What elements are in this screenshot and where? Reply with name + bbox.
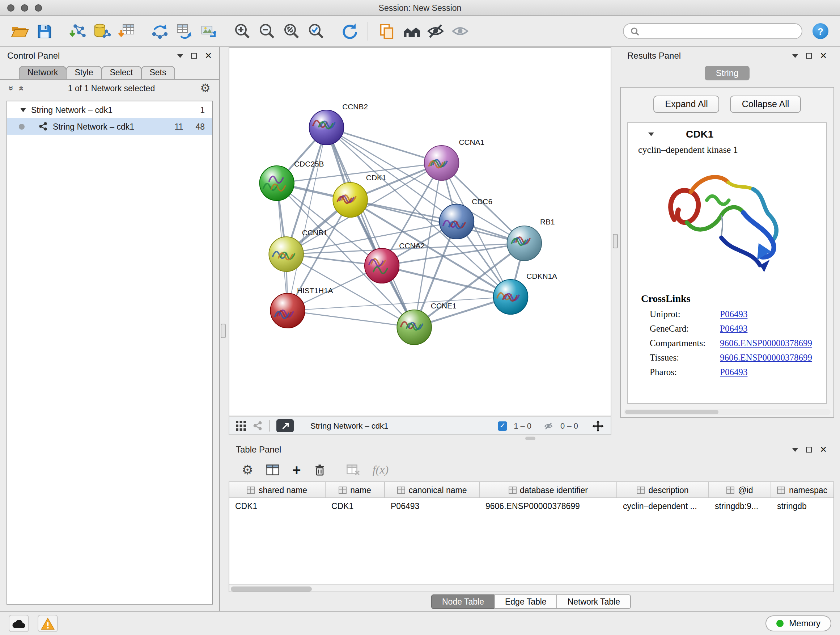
network-node-hist1h1a[interactable]	[270, 293, 305, 328]
network-edge[interactable]	[287, 127, 326, 310]
node-label-ccnb2: CCNB2	[342, 103, 368, 111]
column-header[interactable]: description	[617, 482, 709, 497]
genecard-link[interactable]: P06493	[720, 323, 747, 334]
zoom-in-button[interactable]	[232, 20, 253, 42]
gear-icon[interactable]: ⚙	[200, 82, 210, 94]
memory-status-dot	[776, 620, 783, 627]
zoom-selected-button[interactable]	[305, 20, 327, 42]
panel-menu-icon[interactable]	[792, 54, 798, 57]
control-panel-title: Control Panel	[7, 51, 60, 61]
splitter-handle-right[interactable]	[613, 234, 618, 249]
selected-checkbox-icon[interactable]: ✓	[498, 421, 507, 431]
zoom-out-button[interactable]	[256, 20, 278, 42]
results-panel-title: Results Panel	[627, 51, 681, 61]
memory-button[interactable]: Memory	[765, 616, 831, 631]
expand-all-button[interactable]: Expand All	[654, 96, 720, 113]
column-header[interactable]: namespac	[771, 482, 834, 497]
hide-selected-button[interactable]	[425, 20, 447, 42]
tab-select[interactable]: Select	[101, 66, 142, 79]
column-header[interactable]: shared name	[229, 482, 325, 497]
table-settings-gear-icon[interactable]: ⚙	[242, 463, 253, 477]
close-window-button[interactable]	[7, 4, 14, 11]
save-session-icon	[35, 22, 53, 40]
column-header[interactable]: @id	[709, 482, 771, 497]
import-network-file-button[interactable]	[66, 20, 88, 42]
pharos-link[interactable]: P06493	[720, 367, 747, 378]
gene-name: CDK1	[686, 128, 714, 140]
delete-column-trash-icon[interactable]	[313, 463, 326, 477]
panel-menu-icon[interactable]	[177, 54, 183, 57]
add-column-button[interactable]: +	[292, 463, 301, 477]
node-label-ccna1: CCNA1	[459, 138, 485, 146]
collapse-all-button[interactable]: Collapse All	[730, 96, 801, 113]
string-results-box: Expand All Collapse All CDK1 cyclin–depe…	[620, 87, 834, 418]
tab-node-table[interactable]: Node Table	[431, 594, 495, 609]
collapse-all-icon[interactable]: »	[7, 86, 16, 90]
warning-button[interactable]	[38, 615, 58, 632]
birdseye-grid-icon[interactable]	[236, 421, 246, 431]
help-button[interactable]: ?	[813, 23, 829, 39]
export-image-button[interactable]	[198, 20, 220, 42]
splitter-handle-left[interactable]	[221, 324, 226, 338]
network-collection-row[interactable]: String Network – cdk1 1	[7, 101, 212, 118]
houses-button[interactable]	[400, 20, 422, 42]
network-table-button[interactable]	[174, 20, 195, 42]
share-network-icon[interactable]	[253, 421, 263, 431]
control-panel-tabs: Network Style Select Sets	[0, 65, 219, 80]
close-panel-icon[interactable]: ✕	[820, 51, 827, 60]
float-panel-icon[interactable]	[806, 447, 812, 453]
network-row[interactable]: String Network – cdk1 11 48	[7, 118, 212, 135]
delete-table-icon[interactable]	[346, 463, 360, 477]
save-session-button[interactable]	[33, 20, 55, 42]
network-canvas[interactable]: CCNB2CCNA1CDC25BCDK1CDC6RB1CCNB1CCNA2CDK…	[229, 48, 611, 416]
close-panel-icon[interactable]: ✕	[205, 51, 212, 60]
column-header[interactable]: canonical name	[385, 482, 480, 497]
string-tab-badge[interactable]: String	[705, 66, 750, 80]
tab-network[interactable]: Network	[19, 66, 66, 79]
refresh-button[interactable]	[339, 20, 360, 42]
close-panel-icon[interactable]: ✕	[820, 445, 827, 454]
column-header[interactable]: name	[325, 482, 385, 497]
protein-structure-image	[628, 160, 826, 290]
uniprot-link[interactable]: P06493	[720, 309, 747, 320]
zoom-window-button[interactable]	[35, 4, 42, 11]
copy-document-button[interactable]	[376, 20, 397, 42]
show-all-button[interactable]	[449, 20, 471, 42]
search-input[interactable]	[644, 27, 795, 35]
tab-style[interactable]: Style	[66, 66, 102, 79]
table-panel-splitter[interactable]	[525, 436, 535, 440]
tab-edge-table[interactable]: Edge Table	[494, 594, 557, 609]
tissues-link[interactable]: 9606.ENSP00000378699	[720, 352, 812, 363]
open-in-window-button[interactable]	[276, 419, 294, 432]
network-view[interactable]: CCNB2CCNA1CDC25BCDK1CDC6RB1CCNB1CCNA2CDK…	[229, 47, 611, 416]
function-builder-button[interactable]: f(x)	[373, 463, 388, 477]
column-header[interactable]: database identifier	[480, 482, 617, 497]
node-label-rb1: RB1	[540, 218, 555, 226]
gene-description: cyclin–dependent kinase 1	[628, 143, 826, 160]
show-columns-icon[interactable]	[265, 463, 280, 477]
gene-collapse-icon[interactable]	[648, 132, 654, 136]
tab-sets[interactable]: Sets	[141, 66, 175, 79]
results-scrollbar[interactable]	[624, 409, 831, 415]
cloud-button[interactable]	[9, 615, 29, 632]
network-edge[interactable]	[326, 127, 441, 163]
table-row[interactable]: CDK1 CDK1 P06493 9606.ENSP00000378699 cy…	[229, 498, 834, 513]
compartments-link[interactable]: 9606.ENSP00000378699	[720, 338, 812, 348]
expand-all-icon[interactable]: »	[16, 86, 25, 90]
tab-network-table[interactable]: Network Table	[557, 594, 631, 609]
open-session-button[interactable]	[9, 20, 30, 42]
pan-crosshair-icon[interactable]	[592, 420, 604, 432]
panel-menu-icon[interactable]	[792, 448, 798, 451]
network-arrows-button[interactable]	[149, 20, 171, 42]
table-horizontal-scrollbar[interactable]	[229, 584, 834, 592]
network-node-cdc25b[interactable]	[260, 166, 294, 201]
expander-icon[interactable]	[20, 108, 26, 112]
import-table-button[interactable]	[116, 20, 137, 42]
network-edge[interactable]	[326, 127, 414, 327]
float-panel-icon[interactable]	[191, 53, 197, 59]
zoom-fit-button[interactable]	[281, 20, 302, 42]
import-network-database-button[interactable]	[91, 20, 113, 42]
minimize-window-button[interactable]	[21, 4, 28, 11]
network-edge[interactable]	[287, 310, 414, 327]
float-panel-icon[interactable]	[806, 53, 812, 59]
